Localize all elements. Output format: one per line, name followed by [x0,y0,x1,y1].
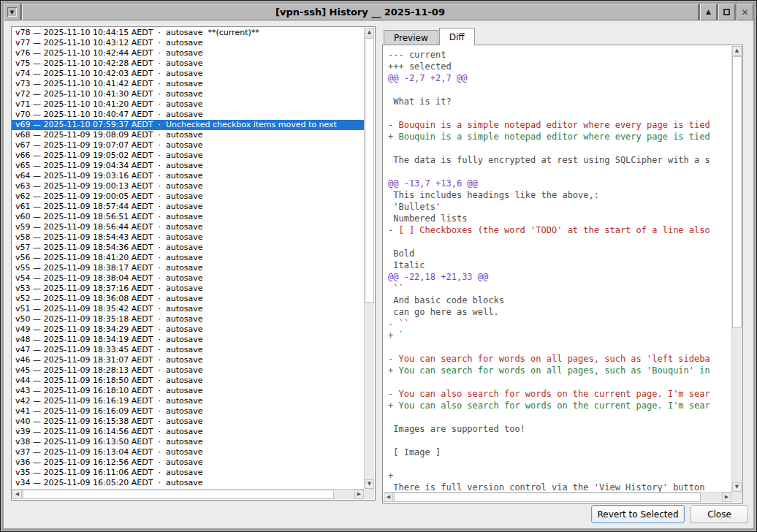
diff-line [388,84,731,96]
list-hscrollbar[interactable]: ◀ ▶ [12,489,364,499]
list-hscroll-right-arrow[interactable]: ▶ [354,490,364,499]
list-vscroll-down-arrow[interactable]: ▼ [365,479,374,489]
diff-line: `` [388,283,731,294]
close-button[interactable]: Close [691,505,748,523]
history-row[interactable]: v54 — 2025-11-09 18:38:04 AEDT · autosav… [12,273,364,284]
history-row[interactable]: v62 — 2025-11-09 19:00:05 AEDT · autosav… [12,191,364,202]
history-row[interactable]: v78 — 2025-11-10 10:44:15 AEDT · autosav… [12,28,364,38]
history-row[interactable]: v65 — 2025-11-09 19:04:34 AEDT · autosav… [12,161,364,171]
diff-hscrollbar[interactable]: ◀ ▶ [384,492,731,502]
history-row[interactable]: v40 — 2025-11-09 16:15:38 AEDT · autosav… [12,417,364,427]
history-row[interactable]: v64 — 2025-11-09 19:03:16 AEDT · autosav… [12,171,364,181]
diff-vscroll-down-arrow[interactable]: ▼ [732,482,742,492]
history-list: v78 — 2025-11-10 10:44:15 AEDT · autosav… [11,26,376,501]
diff-line [388,236,731,248]
window-menu-icon: ▼ [7,7,17,17]
diff-hscroll-right-arrow[interactable]: ▶ [722,493,731,502]
history-row[interactable]: v43 — 2025-11-09 16:18:10 AEDT · autosav… [12,386,364,396]
history-row[interactable]: v45 — 2025-11-09 18:28:13 AEDT · autosav… [12,365,364,376]
diff-line: The data is fully encrypted at rest usin… [388,154,731,166]
history-row[interactable]: v63 — 2025-11-09 19:00:13 AEDT · autosav… [12,181,364,191]
history-row[interactable]: v68 — 2025-11-09 19:08:09 AEDT · autosav… [12,130,364,140]
history-row[interactable]: v47 — 2025-11-09 18:33:45 AEDT · autosav… [12,345,364,355]
diff-scroll-corner [731,492,742,502]
diff-line: - You can also search for words on the c… [388,388,731,400]
titlebar[interactable]: ▼ [vpn-ssh] History __ 2025-11-09 ▲ ✕ [4,4,753,20]
history-row[interactable]: v44 — 2025-11-09 16:18:50 AEDT · autosav… [12,376,364,386]
history-row[interactable]: v53 — 2025-11-09 18:37:16 AEDT · autosav… [12,284,364,294]
history-row[interactable]: v55 — 2025-11-09 18:38:17 AEDT · autosav… [12,263,364,273]
history-row[interactable]: v39 — 2025-11-09 16:14:56 AEDT · autosav… [12,427,364,437]
history-row[interactable]: v69 — 2025-11-10 07:59:37 AEDT · Uncheck… [12,120,364,130]
history-row[interactable]: v41 — 2025-11-09 16:16:09 AEDT · autosav… [12,406,364,417]
list-vscrollbar[interactable]: ▲ ▼ [364,28,374,489]
history-row[interactable]: v61 — 2025-11-09 18:57:44 AEDT · autosav… [12,202,364,212]
diff-line: This includes headings like the above,: [388,189,731,201]
history-row[interactable]: v60 — 2025-11-09 18:56:51 AEDT · autosav… [12,212,364,222]
history-row[interactable]: v76 — 2025-11-10 10:42:44 AEDT · autosav… [12,48,364,58]
diff-line: - `` [388,318,731,330]
diff-line: - You can search for words on all pages,… [388,353,731,365]
shade-icon: ▲ [706,9,711,15]
history-row[interactable]: v58 — 2025-11-09 18:54:43 AEDT · autosav… [12,232,364,243]
diff-line: Numbered lists [388,213,731,224]
diff-line: + Bouquin is a simple notepad editor whe… [388,131,731,142]
history-row[interactable]: v56 — 2025-11-09 18:41:20 AEDT · autosav… [12,253,364,263]
history-list-rows[interactable]: v78 — 2025-11-10 10:44:15 AEDT · autosav… [12,28,364,489]
history-row[interactable]: v35 — 2025-11-09 16:11:06 AEDT · autosav… [12,468,364,478]
list-vscroll-up-arrow[interactable]: ▲ [365,28,374,37]
diff-hscroll-thumb[interactable] [394,493,701,502]
history-row[interactable]: v59 — 2025-11-09 18:56:44 AEDT · autosav… [12,222,364,232]
history-row[interactable]: v66 — 2025-11-09 19:05:02 AEDT · autosav… [12,151,364,161]
diff-line: Italic [388,259,731,271]
diff-content: --- current+++ selected@@ -2,7 +2,7 @@ W… [383,45,731,492]
history-row[interactable]: v36 — 2025-11-09 16:12:56 AEDT · autosav… [12,457,364,468]
diff-line: - [ ] Checkboxes (the word 'TODO' at the… [388,224,731,236]
history-row[interactable]: v70 — 2025-11-10 10:40:47 AEDT · autosav… [12,110,364,120]
diff-line [388,142,731,154]
history-row[interactable]: v77 — 2025-11-10 10:43:12 AEDT · autosav… [12,38,364,48]
history-row[interactable]: v48 — 2025-11-09 18:34:19 AEDT · autosav… [12,335,364,345]
list-hscroll-left-arrow[interactable]: ◀ [12,490,22,499]
diff-vscrollbar[interactable]: ▲ ▼ [731,46,742,492]
history-row[interactable]: v73 — 2025-11-10 10:41:42 AEDT · autosav… [12,79,364,89]
history-row[interactable]: v42 — 2025-11-09 16:16:19 AEDT · autosav… [12,396,364,406]
diff-line: [ Image ] [388,446,731,458]
history-row[interactable]: v74 — 2025-11-10 10:42:03 AEDT · autosav… [12,69,364,79]
history-row[interactable]: v51 — 2025-11-09 18:35:42 AEDT · autosav… [12,304,364,314]
history-row[interactable]: v71 — 2025-11-10 10:41:20 AEDT · autosav… [12,99,364,110]
list-vscroll-thumb[interactable] [365,38,374,303]
tab-diff[interactable]: Diff [439,28,475,45]
diff-vscroll-up-arrow[interactable]: ▲ [732,46,742,56]
history-row[interactable]: v75 — 2025-11-10 10:42:28 AEDT · autosav… [12,58,364,69]
history-row[interactable]: v67 — 2025-11-09 19:07:07 AEDT · autosav… [12,140,364,151]
revert-to-selected-button[interactable]: Revert to Selected [591,505,685,523]
diff-line [388,411,731,423]
shade-button[interactable]: ▲ [700,4,717,20]
history-row[interactable]: v57 — 2025-11-09 18:54:36 AEDT · autosav… [12,243,364,253]
diff-line: can go here as well. [388,306,731,318]
tab-preview[interactable]: Preview [384,30,438,45]
diff-line: +++ selected [388,61,731,72]
history-row[interactable]: v52 — 2025-11-09 18:36:08 AEDT · autosav… [12,294,364,304]
close-window-button[interactable]: ✕ [737,4,753,20]
history-row[interactable]: v34 — 2025-11-09 16:05:20 AEDT · autosav… [12,478,364,488]
diff-line [388,435,731,446]
history-row[interactable]: v38 — 2025-11-09 16:13:50 AEDT · autosav… [12,437,364,447]
diff-line: @@ -13,7 +13,6 @@ [388,178,731,189]
maximize-button[interactable] [718,4,735,20]
window: ▼ [vpn-ssh] History __ 2025-11-09 ▲ ✕ v7… [0,0,757,532]
history-row[interactable]: v46 — 2025-11-09 18:31:07 AEDT · autosav… [12,355,364,365]
list-hscroll-thumb[interactable] [23,490,334,499]
history-row[interactable]: v37 — 2025-11-09 16:13:04 AEDT · autosav… [12,447,364,457]
diff-hscroll-left-arrow[interactable]: ◀ [384,493,393,502]
diff-line: + [388,470,731,482]
maximize-icon [723,9,730,15]
history-row[interactable]: v49 — 2025-11-09 18:34:29 AEDT · autosav… [12,324,364,335]
window-menu-button[interactable]: ▼ [4,4,20,20]
window-title: [vpn-ssh] History __ 2025-11-09 [22,4,699,20]
diff-vscroll-thumb[interactable] [732,56,742,328]
history-row[interactable]: v50 — 2025-11-09 18:35:18 AEDT · autosav… [12,314,364,324]
history-row[interactable]: v72 — 2025-11-10 10:41:30 AEDT · autosav… [12,89,364,99]
diff-line: + You can search for words on all pages,… [388,365,731,376]
